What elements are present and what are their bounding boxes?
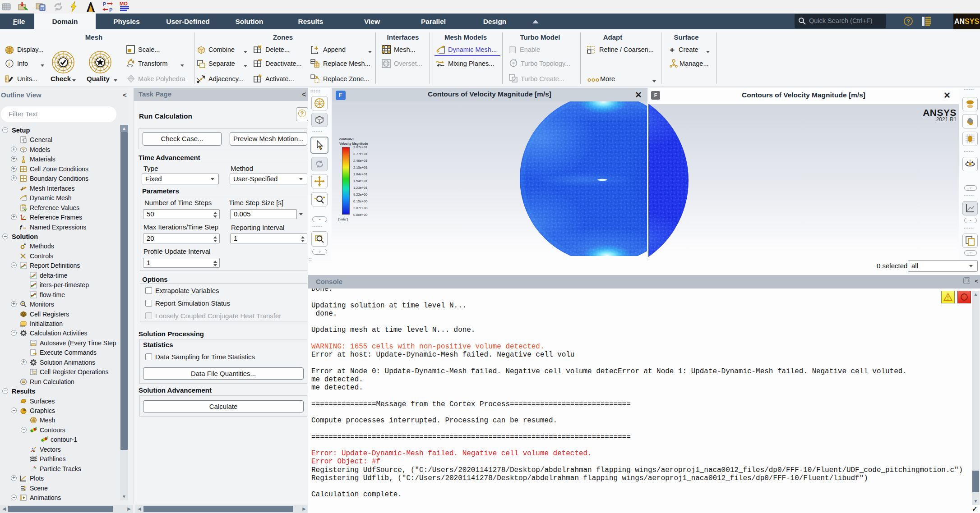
svg-text:P: P: [109, 7, 112, 13]
svg-text:t=0: t=0: [20, 325, 25, 327]
svg-text:MO: MO: [120, 1, 128, 6]
svg-text:∞: ∞: [23, 226, 26, 230]
svg-text:f: f: [20, 224, 23, 231]
svg-text:P: P: [103, 1, 106, 7]
svg-text:i: i: [9, 61, 10, 67]
